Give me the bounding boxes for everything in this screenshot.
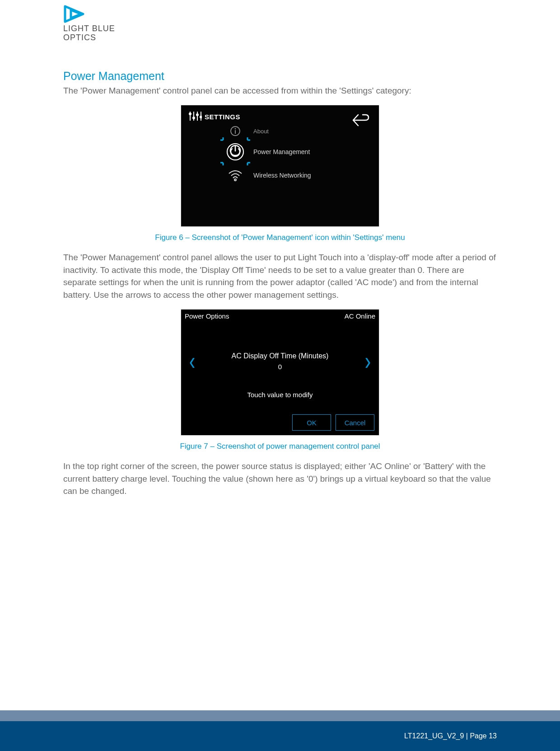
page-footer: LT1221_UG_V2_9 | Page 13 [0, 710, 560, 751]
settings-item-label: Power Management [253, 148, 310, 155]
settings-item-about[interactable]: About [223, 126, 372, 136]
settings-header: SETTINGS [188, 111, 372, 123]
modify-hint: Touch value to modify [181, 391, 379, 399]
back-button[interactable] [352, 113, 370, 129]
settings-header-label: SETTINGS [205, 113, 240, 121]
power-source-status: AC Online [345, 312, 375, 320]
previous-setting-arrow[interactable]: ‹ [181, 347, 203, 376]
setting-name-label: AC Display Off Time (Minutes) [203, 352, 356, 360]
logo-triangle-icon [63, 5, 88, 23]
company-logo: LIGHT BLUE OPTICS [63, 5, 497, 42]
settings-item-label: About [253, 128, 269, 135]
logo-text-line2: OPTICS [63, 33, 497, 42]
svg-point-1 [189, 113, 191, 115]
footer-text: LT1221_UG_V2_9 | Page 13 [404, 732, 497, 740]
wifi-icon [223, 169, 248, 182]
section-title: Power Management [63, 70, 497, 83]
setting-value[interactable]: 0 [203, 363, 356, 371]
svg-point-7 [200, 116, 202, 118]
end-paragraph: In the top right corner of the screen, t… [63, 460, 497, 498]
power-options-title: Power Options [185, 312, 229, 320]
settings-item-power-management[interactable]: Power Management [223, 142, 372, 162]
svg-point-9 [235, 128, 236, 130]
figure-7-screenshot: Power Options AC Online ‹ AC Display Off… [181, 309, 379, 436]
ok-button[interactable]: OK [292, 414, 331, 431]
about-info-icon [223, 126, 248, 136]
cancel-button[interactable]: Cancel [336, 414, 374, 431]
figure-6-caption: Figure 6 – Screenshot of 'Power Manageme… [63, 233, 497, 242]
svg-point-13 [234, 179, 236, 181]
settings-item-wireless[interactable]: Wireless Networking [223, 169, 372, 182]
svg-rect-10 [235, 130, 236, 134]
settings-item-label: Wireless Networking [253, 172, 311, 179]
next-setting-arrow[interactable]: › [357, 347, 379, 376]
middle-paragraph: The 'Power Management' control panel all… [63, 251, 497, 301]
svg-point-3 [193, 117, 195, 119]
settings-sliders-icon [188, 111, 202, 123]
svg-point-5 [196, 114, 198, 116]
power-icon-selected [223, 142, 248, 162]
intro-paragraph: The 'Power Management' control panel can… [63, 84, 497, 97]
figure-6-screenshot: SETTINGS About [181, 105, 379, 227]
logo-text-line1: LIGHT BLUE [63, 24, 497, 33]
figure-7-caption: Figure 7 – Screenshot of power managemen… [63, 442, 497, 451]
